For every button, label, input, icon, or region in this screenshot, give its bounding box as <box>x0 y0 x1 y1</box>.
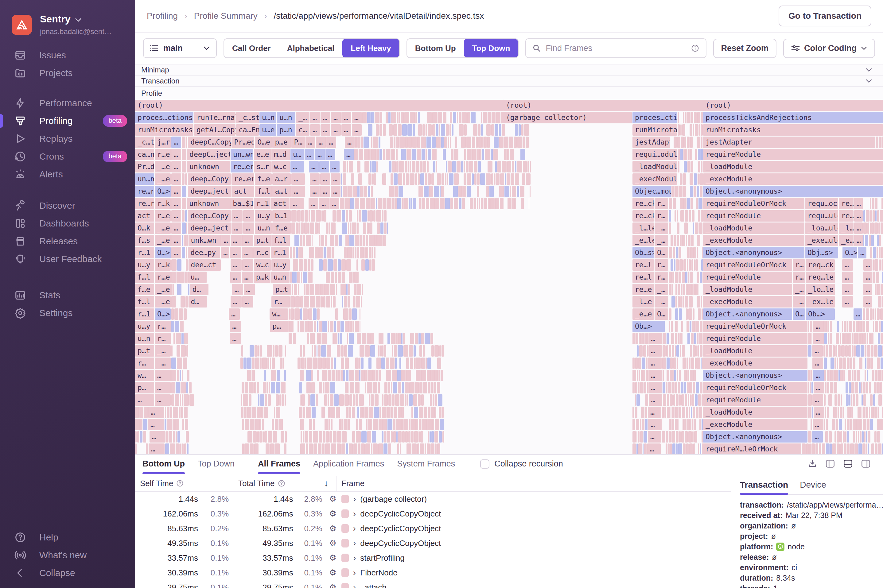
flame-frame-fragment[interactable] <box>343 161 346 172</box>
flame-frame-fragment[interactable] <box>437 357 441 369</box>
flame-frame-fragment[interactable] <box>349 321 352 332</box>
flame-frame[interactable]: … <box>171 136 181 148</box>
flame-frame-fragment[interactable] <box>249 419 255 430</box>
flame-frame-fragment[interactable] <box>260 345 262 357</box>
flame-frame-fragment[interactable] <box>698 444 699 454</box>
flame-frame-fragment[interactable] <box>879 136 881 148</box>
flame-frame-fragment[interactable] <box>662 345 666 357</box>
flame-frame[interactable]: re…r <box>135 186 154 197</box>
flame-frame-fragment[interactable] <box>289 321 294 332</box>
flame-frame-fragment[interactable] <box>245 444 249 454</box>
flame-frame-fragment[interactable] <box>343 370 345 381</box>
flame-frame[interactable]: … <box>171 149 181 160</box>
flame-frame-fragment[interactable] <box>324 419 328 430</box>
flame-frame-fragment[interactable] <box>802 444 806 454</box>
flame-frame-fragment[interactable] <box>347 247 352 258</box>
flame-frame[interactable]: … <box>309 198 318 209</box>
flame-frame-fragment[interactable] <box>435 406 437 418</box>
flame-frame-fragment[interactable] <box>690 186 693 197</box>
flame-frame-fragment[interactable] <box>374 235 377 246</box>
flame-frame-fragment[interactable] <box>668 382 671 393</box>
flame-frame-fragment[interactable] <box>433 161 435 172</box>
flame-frame-fragment[interactable] <box>352 308 357 320</box>
flame-frame-fragment[interactable] <box>480 173 485 185</box>
flame-frame[interactable]: p…t <box>273 284 291 295</box>
flame-frame-fragment[interactable] <box>314 345 316 357</box>
flame-frame-fragment[interactable] <box>182 136 185 148</box>
flame-frame-fragment[interactable] <box>290 296 295 308</box>
flame-frame-fragment[interactable] <box>429 431 431 442</box>
flame-frame-fragment[interactable] <box>869 333 871 344</box>
flame-frame-fragment[interactable] <box>319 321 322 332</box>
flame-frame-fragment[interactable] <box>348 296 350 308</box>
flame-frame-fragment[interactable] <box>327 260 333 271</box>
flame-frame[interactable]: … <box>812 357 823 369</box>
flame-frame-fragment[interactable] <box>843 406 844 418</box>
sidebar-item-alerts[interactable]: Alerts <box>0 165 135 183</box>
flame-frame-fragment[interactable] <box>434 345 439 357</box>
flame-frame-fragment[interactable] <box>686 235 687 246</box>
flame-frame-fragment[interactable] <box>249 444 254 454</box>
flame-frame-fragment[interactable] <box>669 308 671 320</box>
flame-frame-fragment[interactable] <box>847 406 850 418</box>
flame-frame-fragment[interactable] <box>180 296 185 308</box>
flame-frame-fragment[interactable] <box>411 419 416 430</box>
flame-frame-fragment[interactable] <box>644 382 646 393</box>
flame-frame-fragment[interactable] <box>421 370 426 381</box>
flame-frame-fragment[interactable] <box>427 357 431 369</box>
flame-frame-fragment[interactable] <box>880 284 883 295</box>
flame-frame-fragment[interactable] <box>331 296 332 308</box>
flame-frame-fragment[interactable] <box>359 419 362 430</box>
flame-frame-fragment[interactable] <box>301 272 302 283</box>
flame-frame[interactable]: _… <box>655 296 668 308</box>
flame-frame[interactable]: … <box>155 370 171 381</box>
flame-frame[interactable]: requireM…leOrMock <box>703 444 801 454</box>
flame-frame-fragment[interactable] <box>673 357 676 369</box>
flame-frame-fragment[interactable] <box>345 357 349 369</box>
flame-frame-fragment[interactable] <box>870 357 873 369</box>
flame-frame-fragment[interactable] <box>331 222 336 234</box>
expand-chevron-icon[interactable]: › <box>353 538 356 548</box>
flame-frame-fragment[interactable] <box>679 333 682 344</box>
flame-frame-fragment[interactable] <box>413 198 416 209</box>
flame-frame-fragment[interactable] <box>442 173 445 185</box>
flame-frame-fragment[interactable] <box>257 406 261 418</box>
flame-frame-fragment[interactable] <box>851 382 854 393</box>
flame-frame-fragment[interactable] <box>431 406 434 418</box>
flame-frame-fragment[interactable] <box>347 333 348 344</box>
flame-frame-fragment[interactable] <box>691 260 693 271</box>
flame-frame-fragment[interactable] <box>675 308 678 320</box>
flame-frame-fragment[interactable] <box>350 382 354 393</box>
flame-frame-fragment[interactable] <box>393 173 398 185</box>
flame-frame[interactable]: s…r <box>254 161 271 172</box>
flame-frame[interactable]: u…n <box>255 222 272 234</box>
flame-frame-fragment[interactable] <box>317 308 319 320</box>
flame-frame-fragment[interactable] <box>691 198 693 209</box>
flame-frame-fragment[interactable] <box>682 345 685 357</box>
flame-frame-fragment[interactable] <box>688 308 692 320</box>
flame-frame-fragment[interactable] <box>369 247 371 258</box>
flame-frame[interactable]: (root) <box>135 100 503 111</box>
flame-frame-fragment[interactable] <box>271 370 276 381</box>
flame-frame-fragment[interactable] <box>370 345 375 357</box>
flame-frame-fragment[interactable] <box>341 370 343 381</box>
flame-frame-fragment[interactable] <box>877 284 880 295</box>
flame-frame-fragment[interactable] <box>462 198 465 209</box>
flame-frame-fragment[interactable] <box>396 136 398 148</box>
flame-frame-fragment[interactable] <box>877 210 879 222</box>
flame-frame-fragment[interactable] <box>836 333 839 344</box>
flame-frame-fragment[interactable] <box>361 357 363 369</box>
flame-frame-fragment[interactable] <box>824 419 825 430</box>
flame-frame-fragment[interactable] <box>382 210 383 222</box>
flame-frame-fragment[interactable] <box>637 345 638 357</box>
sidebar-item-replays[interactable]: Replays <box>0 130 135 148</box>
flame-frame-fragment[interactable] <box>671 406 671 418</box>
flame-frame-fragment[interactable] <box>815 444 818 454</box>
flame-frame-fragment[interactable] <box>317 321 318 332</box>
flame-frame-fragment[interactable] <box>467 186 470 197</box>
flame-frame[interactable]: p…k <box>254 272 270 283</box>
flame-frame-fragment[interactable] <box>363 186 367 197</box>
flame-frame-fragment[interactable] <box>454 149 458 160</box>
flame-frame-fragment[interactable] <box>638 431 639 442</box>
flame-frame-fragment[interactable] <box>262 419 264 430</box>
